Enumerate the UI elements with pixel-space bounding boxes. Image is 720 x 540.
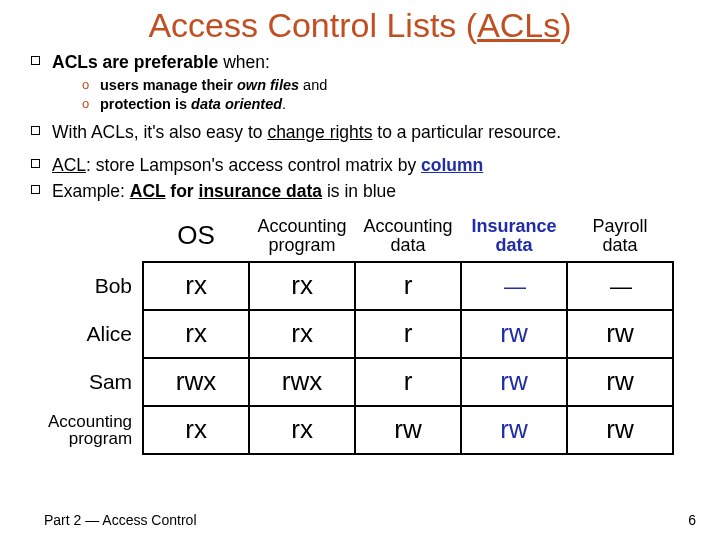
page-number: 6 [688, 512, 696, 528]
bullet-4-mid: for [165, 181, 198, 201]
cell-r1c1: rx [143, 262, 249, 310]
cell-r2c5: rw [567, 310, 673, 358]
bullet-2: With ACLs, it's also easy to change righ… [30, 121, 692, 144]
cell-r1c2: rx [249, 262, 355, 310]
col-insurance-l2: data [496, 235, 533, 255]
rowh-acct-prog-l2: program [69, 429, 132, 448]
sub-1-pre: users manage their [100, 77, 237, 93]
bullet-list: ACLs are preferable when: users manage t… [28, 51, 692, 203]
slide: Access Control Lists (ACLs) ACLs are pre… [0, 0, 720, 540]
col-acct-data-l2: data [391, 235, 426, 255]
rowh-alice: Alice [46, 310, 143, 358]
cell-r3c1: rwx [143, 358, 249, 406]
col-payroll-l1: Payroll [593, 216, 648, 236]
col-insurance: Insurancedata [461, 215, 567, 262]
bullet-1: ACLs are preferable when: users manage t… [30, 51, 692, 115]
rowh-sam: Sam [46, 358, 143, 406]
row-alice: Alice rx rx r rw rw [46, 310, 673, 358]
cell-r2c3: r [355, 310, 461, 358]
cell-r1c4: — [461, 262, 567, 310]
bullet-2-pre: With ACLs, it's also easy to [52, 122, 267, 142]
row-sam: Sam rwx rwx r rw rw [46, 358, 673, 406]
title-post: ) [560, 6, 571, 44]
cell-r4c5: rw [567, 406, 673, 454]
col-acct-prog-l2: program [269, 235, 336, 255]
bullet-2-u: change rights [267, 122, 372, 142]
bullet-3-column: column [421, 155, 483, 175]
cell-r2c4: rw [461, 310, 567, 358]
cell-r4c4: rw [461, 406, 567, 454]
bullet-2-post: to a particular resource. [372, 122, 561, 142]
title-pre: Access Control Lists ( [148, 6, 477, 44]
col-insurance-l1: Insurance [472, 216, 557, 236]
slide-title: Access Control Lists (ACLs) [28, 6, 692, 45]
cell-r1c3: r [355, 262, 461, 310]
row-bob: Bob rx rx r — — [46, 262, 673, 310]
bullet-3-acl: ACL [52, 155, 86, 175]
col-payroll: Payrolldata [567, 215, 673, 262]
col-os: OS [143, 215, 249, 262]
footer-text: Part 2 — Access Control [44, 512, 197, 528]
cell-r2c1: rx [143, 310, 249, 358]
bullet-4-post: is in blue [322, 181, 396, 201]
rowh-acct-prog: Accountingprogram [46, 406, 143, 454]
sub-list: users manage their own files and protect… [52, 76, 692, 115]
cell-r3c3: r [355, 358, 461, 406]
cell-r3c4: rw [461, 358, 567, 406]
bullet-3: ACL: store Lampson's access control matr… [30, 154, 692, 177]
col-acct-data-l1: Accounting [364, 216, 453, 236]
bullet-1-rest: when: [218, 52, 270, 72]
cell-r4c1: rx [143, 406, 249, 454]
corner-blank [46, 215, 143, 262]
header-row: OS Accountingprogram Accountingdata Insu… [46, 215, 673, 262]
bullet-1-strong: ACLs are preferable [52, 52, 218, 72]
sub-2-post: . [282, 96, 286, 112]
cell-r2c2: rx [249, 310, 355, 358]
sub-1-em: own files [237, 77, 299, 93]
col-acct-prog: Accountingprogram [249, 215, 355, 262]
sub-1-post: and [299, 77, 327, 93]
cell-r3c5: rw [567, 358, 673, 406]
acl-table: OS Accountingprogram Accountingdata Insu… [46, 215, 674, 455]
bullet-4-ins: insurance data [199, 181, 323, 201]
sub-1: users manage their own files and [82, 76, 692, 96]
sub-2-em: data oriented [191, 96, 282, 112]
bullet-4-acl: ACL [130, 181, 166, 201]
col-payroll-l2: data [603, 235, 638, 255]
sub-2-pre: protection is [100, 96, 191, 112]
bullet-3-mid: : store Lampson's access control matrix … [86, 155, 421, 175]
cell-r4c3: rw [355, 406, 461, 454]
bullet-4: Example: ACL for insurance data is in bl… [30, 180, 692, 203]
rowh-bob: Bob [46, 262, 143, 310]
cell-r3c2: rwx [249, 358, 355, 406]
title-abbr: ACLs [477, 6, 560, 44]
col-acct-prog-l1: Accounting [258, 216, 347, 236]
cell-r4c2: rx [249, 406, 355, 454]
bullet-4-pre: Example: [52, 181, 130, 201]
dash-icon: — [504, 274, 524, 299]
sub-2: protection is data oriented. [82, 95, 692, 115]
dash-icon: — [610, 274, 630, 299]
row-acct-prog: Accountingprogram rx rx rw rw rw [46, 406, 673, 454]
col-acct-data: Accountingdata [355, 215, 461, 262]
acl-table-wrap: OS Accountingprogram Accountingdata Insu… [28, 215, 692, 455]
cell-r1c5: — [567, 262, 673, 310]
